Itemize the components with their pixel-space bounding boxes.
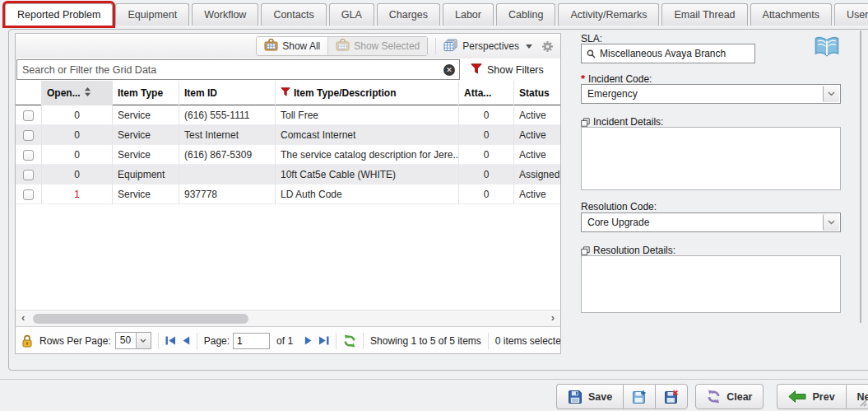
cell-item-id [179, 165, 276, 184]
show-filters-button[interactable]: Show Filters [471, 63, 544, 77]
cell-description: Toll Free [276, 105, 459, 125]
cell-attachments: 0 [459, 165, 514, 184]
resolution-code-select[interactable]: Core Upgrade [581, 213, 841, 232]
incident-form-panel: SLA: Miscellaneous Avaya Branch * Incide… [581, 33, 862, 321]
cell-attachments: 0 [459, 105, 514, 125]
panel-splitter[interactable] [860, 30, 861, 323]
table-row[interactable]: 0 Service (616) 867-5309 The service cat… [16, 145, 560, 165]
tab-contacts[interactable]: Contacts [261, 3, 326, 26]
save-and-new-button[interactable] [623, 384, 655, 409]
row-checkbox[interactable] [23, 110, 34, 121]
row-checkbox[interactable] [23, 130, 34, 141]
refresh-icon[interactable] [343, 334, 356, 348]
cell-item-type: Service [113, 184, 179, 204]
clear-button[interactable]: Clear [695, 384, 764, 409]
scrollbar-thumb[interactable] [33, 314, 248, 324]
header-item-type-description[interactable]: Item Type/Description [276, 81, 459, 105]
tab-user-defined-fields[interactable]: User Defined Fields [834, 3, 868, 26]
tab-attachments[interactable]: Attachments [750, 3, 832, 26]
clear-search-icon[interactable]: ✕ [443, 64, 455, 76]
sort-icon[interactable] [84, 86, 91, 100]
incident-code-select[interactable]: Emergency [581, 84, 841, 104]
scroll-left-icon[interactable]: ‹ [21, 311, 25, 324]
perspectives-label: Perspectives [462, 40, 519, 52]
show-filters-label: Show Filters [487, 64, 544, 76]
required-marker: * [581, 72, 585, 85]
row-checkbox[interactable] [23, 150, 34, 161]
header-item-id[interactable]: Item ID [179, 81, 276, 105]
header-open[interactable]: Open... [42, 81, 113, 105]
popout-icon[interactable] [581, 118, 590, 127]
tab-workflow[interactable]: Workflow [192, 3, 258, 26]
tab-activity-remarks[interactable]: Activity/Remarks [558, 3, 659, 26]
show-all-button[interactable]: Show All [257, 37, 327, 55]
show-selected-button[interactable]: Show Selected [327, 37, 427, 55]
scroll-right-icon[interactable]: › [551, 311, 555, 324]
save-and-close-button[interactable] [655, 384, 688, 409]
save-label: Save [588, 391, 612, 403]
tab-label: Reported Problem [17, 9, 100, 21]
tab-equipment[interactable]: Equipment [115, 3, 189, 26]
prev-button[interactable]: Prev [777, 384, 845, 409]
tab-cabling[interactable]: Cabling [496, 3, 555, 26]
prev-next-group: Prev Next [777, 384, 868, 409]
sla-label: SLA: [581, 33, 602, 44]
gear-icon[interactable] [541, 40, 554, 53]
row-checkbox[interactable] [23, 189, 34, 200]
tab-reported-problem[interactable]: Reported Problem [5, 3, 113, 26]
horizontal-scrollbar[interactable]: ‹ › [16, 310, 560, 326]
sla-input[interactable]: Miscellaneous Avaya Branch [581, 44, 755, 63]
resize-handle[interactable] [860, 395, 867, 410]
table-row[interactable]: 0 Service Test Internet Comcast Internet… [16, 125, 560, 145]
row-checkbox[interactable] [23, 170, 34, 180]
rows-per-page-select[interactable]: 50 [115, 332, 151, 349]
header-attachments[interactable]: Atta... [459, 81, 514, 105]
tab-label: GLA [341, 9, 362, 21]
pagination-bar: Rows Per Page: 50 Page: of 1 Showing 1 t… [16, 326, 560, 354]
table-row[interactable]: 0 Equipment 10ft Cat5e Cable (WHITE) 0 A… [16, 165, 560, 184]
cell-item-type: Service [113, 145, 179, 165]
show-selected-label: Show Selected [354, 40, 420, 52]
cell-item-id: (616) 555-1111 [179, 105, 276, 125]
cell-item-type: Service [113, 125, 179, 145]
knowledge-book-icon[interactable] [814, 35, 840, 61]
last-page-button[interactable] [318, 336, 329, 345]
page-of-label: of 1 [276, 335, 293, 347]
prev-page-button[interactable] [183, 336, 190, 345]
page-number-input[interactable] [233, 333, 270, 349]
pagination-separator [363, 333, 364, 349]
clear-label: Clear [726, 391, 752, 403]
page-label: Page: [204, 335, 230, 347]
cell-status: Active [514, 145, 560, 165]
cell-item-id: 937778 [179, 184, 276, 204]
first-page-button[interactable] [165, 336, 176, 345]
cell-open: 0 [42, 165, 113, 184]
grid-search-row: ✕ Show Filters [16, 58, 560, 81]
cell-status: Active [514, 125, 560, 145]
resolution-details-textarea[interactable] [581, 255, 841, 313]
tab-label: Workflow [204, 9, 246, 21]
perspectives-button[interactable]: Perspectives [443, 39, 532, 54]
show-selected-grid-icon [336, 39, 350, 54]
clear-refresh-icon [707, 390, 721, 404]
tab-label: Contacts [273, 9, 313, 21]
table-row[interactable]: 0 Service (616) 555-1111 Toll Free 0 Act… [16, 105, 560, 125]
grid-search-input[interactable] [17, 64, 443, 76]
tab-labor[interactable]: Labor [443, 3, 494, 26]
incident-details-textarea[interactable] [581, 127, 841, 190]
save-button[interactable]: Save [556, 384, 623, 409]
tab-charges[interactable]: Charges [377, 3, 440, 26]
next-page-button[interactable] [304, 336, 312, 345]
header-status[interactable]: Status [514, 81, 560, 105]
header-item-type[interactable]: Item Type [113, 81, 179, 105]
tab-gla[interactable]: GLA [329, 3, 374, 26]
tab-label: Attachments [763, 9, 819, 21]
popout-icon[interactable] [581, 246, 590, 255]
cell-status: Assigned [514, 165, 560, 184]
tab-email-thread[interactable]: Email Thread [661, 3, 747, 26]
table-row[interactable]: 1 Service 937778 LD Auth Code 0 Active [16, 184, 560, 204]
cell-description: LD Auth Code [276, 184, 459, 204]
cell-description: 10ft Cat5e Cable (WHITE) [276, 165, 459, 184]
prev-label: Prev [812, 391, 834, 403]
arrow-left-icon [788, 390, 806, 403]
